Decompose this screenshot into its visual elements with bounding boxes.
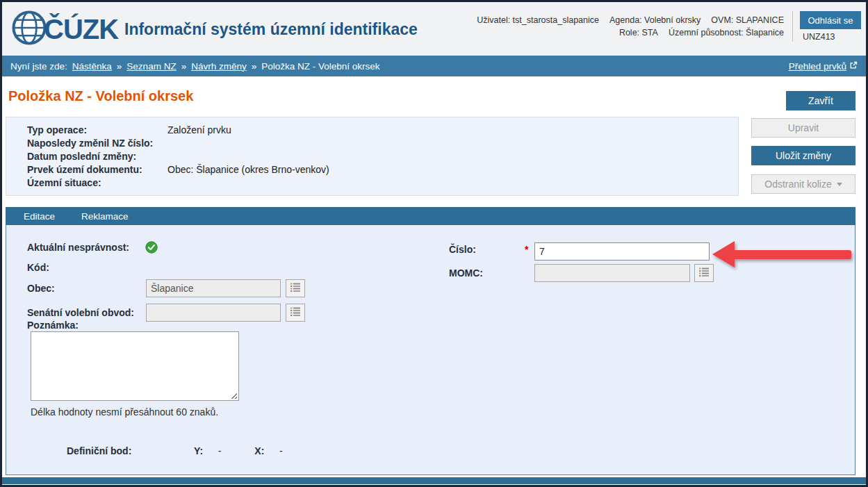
breadcrumb-current: Položka NZ - Volební okrsek	[261, 61, 379, 72]
summary-label: Prvek území dokumentu:	[27, 163, 167, 176]
x-label: X:	[254, 445, 264, 456]
breadcrumb-link-nastenka[interactable]: Nástěnka	[72, 61, 112, 72]
momc-input	[534, 264, 690, 282]
breadcrumb-prefix: Nyní jste zde:	[10, 61, 67, 72]
summary-row: Územní situace:	[27, 176, 738, 190]
app-window: ČÚZK Informační systém územní identifika…	[0, 0, 868, 487]
remove-collisions-label: Odstranit kolize	[764, 179, 831, 190]
session-column: Odhlásit se UNZ413	[792, 11, 862, 42]
user-name: Uživatel: tst_starosta_slapanice	[477, 15, 599, 25]
overview-link[interactable]: Přehled prvků	[789, 61, 858, 72]
y-label: Y:	[194, 445, 203, 456]
tab-editace[interactable]: Editace	[24, 211, 55, 222]
required-mark: *	[525, 244, 528, 255]
cislo-label: Číslo:	[449, 244, 476, 255]
list-icon	[290, 306, 301, 319]
close-button[interactable]: Zavřít	[786, 91, 855, 110]
app-title: Informační systém územní identifikace	[124, 20, 418, 39]
senatni-obvod-input	[146, 304, 281, 322]
breadcrumb-link-seznam-nz[interactable]: Seznam NZ	[126, 61, 176, 72]
tab-bar: Editace Reklamace	[6, 207, 855, 225]
edit-button: Upravit	[751, 118, 855, 138]
list-icon	[698, 267, 710, 279]
role: Role: STA	[619, 28, 658, 38]
check-circle-icon	[145, 241, 158, 256]
tab-reklamace[interactable]: Reklamace	[81, 211, 129, 222]
breadcrumb-separator: »	[252, 61, 257, 72]
summary-row: Prvek území dokumentu:Obec: Šlapanice (o…	[27, 163, 738, 176]
globe-icon	[10, 9, 48, 49]
obec-label: Obec:	[27, 283, 55, 294]
logo-text: ČÚZK	[44, 14, 118, 45]
external-link-icon	[849, 61, 858, 72]
momc-picker-button	[694, 264, 714, 282]
agenda: Agenda: Volební okrsky	[609, 15, 701, 25]
user-block: Uživatel: tst_starosta_slapanice Agenda:…	[477, 11, 862, 42]
arrow-left-icon	[712, 241, 851, 267]
breadcrumb: Nyní jste zde: Nástěnka » Seznam NZ » Ná…	[2, 56, 866, 76]
edit-form-panel: Aktuální nesprávnost: Kód: Obec: Senátní…	[6, 225, 855, 475]
momc-label: MOMC:	[449, 267, 483, 279]
kod-label: Kód:	[27, 262, 49, 273]
poznamka-label: Poznámka:	[27, 320, 79, 331]
summary-value: Založení prvku	[167, 124, 231, 135]
cislo-input[interactable]	[534, 242, 710, 261]
senatni-obvod-picker-button	[286, 304, 305, 322]
y-value: -	[218, 445, 222, 456]
summary-label: Datum poslední změny:	[27, 150, 167, 163]
overview-link-label: Přehled prvků	[789, 61, 846, 72]
summary-panel: Typ operace:Založení prvku Naposledy změ…	[6, 117, 739, 196]
summary-value: Obec: Šlapanice (okres Brno-venkov)	[167, 164, 329, 175]
app-code: UNZ413	[800, 32, 862, 42]
summary-row: Naposledy změnil NZ číslo:	[27, 137, 738, 150]
list-icon	[290, 282, 301, 295]
page-title: Položka NZ - Volební okrsek	[8, 88, 193, 104]
save-changes-button[interactable]: Uložit změny	[751, 146, 855, 165]
x-value: -	[279, 445, 283, 456]
logo: ČÚZK	[10, 9, 118, 49]
poznamka-textarea[interactable]	[31, 331, 239, 401]
remove-collisions-button: Odstranit kolize	[751, 174, 855, 194]
arrow-head	[712, 241, 735, 267]
obec-picker-button	[286, 279, 305, 297]
chevron-down-icon	[837, 183, 842, 186]
definition-point-label: Definiční bod:	[67, 445, 131, 456]
arrow-shaft	[735, 250, 851, 259]
current-incorrectness-label: Aktuální nesprávnost:	[27, 242, 129, 253]
summary-row: Datum poslední změny:	[27, 150, 738, 163]
senatni-obvod-label: Senátní volební obvod:	[27, 307, 134, 318]
header: ČÚZK Informační systém územní identifika…	[2, 2, 866, 56]
summary-label: Naposledy změnil NZ číslo:	[27, 137, 167, 150]
breadcrumb-link-navrh-zmeny[interactable]: Návrh změny	[191, 61, 247, 72]
user-info: Uživatel: tst_starosta_slapanice Agenda:…	[477, 11, 792, 42]
obec-input	[146, 279, 281, 297]
summary-label: Typ operace:	[27, 124, 167, 137]
logout-button[interactable]: Odhlásit se	[800, 11, 861, 29]
territorial-scope: Územní působnost: Šlapanice	[669, 28, 784, 38]
poznamka-hint: Délka hodnoty nesmí přesáhnout 60 znaků.	[31, 406, 218, 418]
footer-bar	[2, 477, 866, 484]
summary-label: Územní situace:	[27, 176, 167, 190]
definition-point-row: Definiční bod: Y: - X: -	[67, 445, 283, 456]
summary-row: Typ operace:Založení prvku	[27, 124, 738, 137]
breadcrumb-separator: »	[117, 61, 122, 72]
breadcrumb-separator: »	[181, 61, 187, 72]
ovm: OVM: SLAPANICE	[711, 15, 784, 25]
